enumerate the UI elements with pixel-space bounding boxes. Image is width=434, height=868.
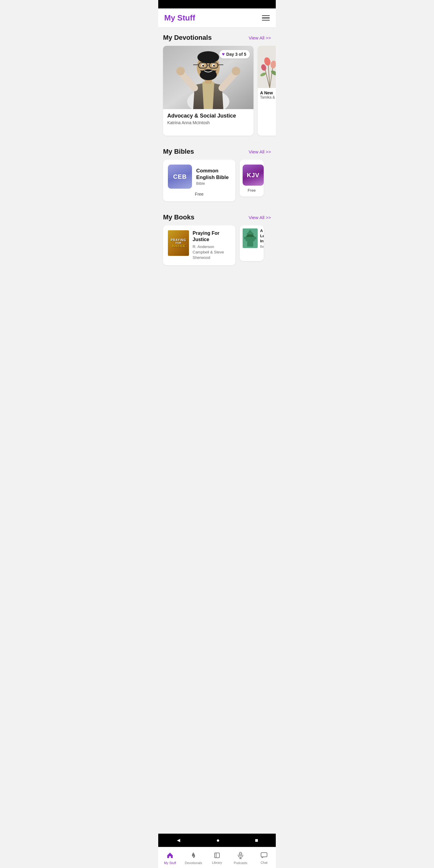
- nav-label-my-stuff: My Stuff: [164, 861, 176, 865]
- nav-item-devotionals[interactable]: Devotionals: [182, 847, 205, 868]
- devotionals-title: My Devotionals: [163, 34, 212, 41]
- book-cover-justice: PRAYING FOR JUSTICE: [170, 239, 186, 248]
- nav-label-podcasts: Podcasts: [234, 861, 247, 865]
- day-badge: ♥ Day 3 of 5: [219, 50, 250, 59]
- book-title-praying-justice: Praying For Justice: [193, 230, 230, 243]
- nav-item-my-stuff[interactable]: My Stuff: [158, 847, 182, 868]
- book-thumb-justice: PRAYING FOR JUSTICE: [168, 230, 189, 256]
- menu-button[interactable]: [262, 16, 270, 21]
- flame-icon: [190, 852, 197, 860]
- book-author-leisure: Becky: [260, 245, 264, 248]
- devotional-card-advocacy[interactable]: ♥ Day 3 of 5 Advocacy & Social Justice K…: [163, 46, 253, 135]
- nav-label-devotionals: Devotionals: [185, 861, 202, 865]
- devotional-title-advocacy: Advocacy & Social Justice: [167, 113, 249, 119]
- bible-thumb-ceb: CEB: [168, 164, 192, 189]
- bibles-view-all[interactable]: View All >>: [249, 149, 271, 154]
- devotionals-section: My Devotionals View All >>: [158, 28, 276, 142]
- book-author-praying-justice: R. Anderson Campbell & Steve Sherwood: [193, 244, 230, 261]
- hamburger-line-3: [262, 20, 270, 21]
- book-card-leisure[interactable]: A Leis Introd Becky: [240, 225, 264, 261]
- books-scroll[interactable]: PRAYING FOR JUSTICE Praying For Justice …: [158, 225, 276, 271]
- svg-point-4: [176, 67, 185, 75]
- flower-illustration: [258, 46, 276, 88]
- leisure-cover-illustration: [243, 228, 258, 248]
- recent-button[interactable]: ■: [255, 837, 258, 844]
- bibles-header: My Bibles View All >>: [158, 148, 276, 160]
- devotional-card-anew[interactable]: A New Tamika &: [258, 46, 276, 135]
- book-title-leisure: A Leis Introd: [260, 228, 264, 244]
- svg-point-18: [197, 51, 219, 63]
- bible-info-ceb: Common English Bible Bible: [196, 167, 230, 186]
- svg-rect-34: [215, 853, 219, 858]
- bibles-title: My Bibles: [163, 148, 194, 156]
- nav-item-library[interactable]: Library: [205, 847, 229, 868]
- heart-icon: ♥: [222, 52, 225, 57]
- book-cover-text-for: FOR: [170, 242, 186, 245]
- devotionals-header: My Devotionals View All >>: [158, 34, 276, 46]
- bibles-scroll[interactable]: CEB Common English Bible Bible Free KJV: [158, 160, 276, 207]
- home-icon: [166, 852, 174, 860]
- svg-rect-41: [261, 852, 267, 857]
- bible-price-kjv: Free: [243, 188, 261, 193]
- chat-icon: [260, 852, 268, 860]
- book-thumb-leisure: [243, 228, 258, 248]
- devotional-author-advocacy: Katrina Anna McIntosh: [167, 120, 249, 125]
- nav-item-chat[interactable]: Chat: [252, 847, 276, 868]
- devotionals-view-all[interactable]: View All >>: [249, 35, 271, 40]
- nav-label-library: Library: [212, 861, 222, 864]
- bible-top-ceb: CEB Common English Bible Bible: [168, 164, 230, 189]
- bible-thumb-kjv: KJV: [243, 164, 264, 186]
- bottom-nav: My Stuff Devotionals Library: [158, 847, 276, 868]
- status-bar: [158, 0, 276, 8]
- hamburger-line-1: [262, 16, 270, 16]
- book-card-praying-justice[interactable]: PRAYING FOR JUSTICE Praying For Justice …: [163, 225, 236, 265]
- microphone-icon: [237, 852, 244, 860]
- book-info-praying-justice: Praying For Justice R. Anderson Campbell…: [193, 230, 230, 260]
- bibles-section: My Bibles View All >> CEB Common English…: [158, 142, 276, 207]
- devotional-title-anew: A New: [260, 90, 276, 95]
- nav-item-podcasts[interactable]: Podcasts: [229, 847, 252, 868]
- bible-card-kjv[interactable]: KJV King Vers Bible Free: [240, 160, 264, 196]
- svg-rect-36: [239, 852, 242, 856]
- bible-type-ceb: Bible: [196, 181, 230, 186]
- devotional-info-anew: A New Tamika &: [258, 88, 276, 102]
- day-badge-text: Day 3 of 5: [226, 52, 246, 57]
- books-header: My Books View All >>: [158, 213, 276, 225]
- home-button[interactable]: ●: [216, 837, 220, 844]
- hamburger-line-2: [262, 18, 270, 19]
- books-view-all[interactable]: View All >>: [249, 215, 271, 220]
- back-button[interactable]: ◄: [176, 837, 181, 844]
- svg-rect-29: [247, 241, 253, 247]
- svg-rect-31: [244, 237, 256, 239]
- book-cover-text-praying: PRAYING: [170, 239, 186, 242]
- bible-price-ceb: Free: [168, 192, 230, 196]
- devotional-author-anew: Tamika &: [260, 95, 276, 99]
- main-content: My Devotionals View All >>: [158, 28, 276, 868]
- devotional-info-advocacy: Advocacy & Social Justice Katrina Anna M…: [163, 109, 253, 129]
- svg-point-16: [202, 65, 204, 67]
- devotionals-scroll[interactable]: ♥ Day 3 of 5 Advocacy & Social Justice K…: [158, 46, 276, 142]
- svg-point-5: [232, 67, 240, 75]
- nav-label-chat: Chat: [260, 861, 267, 864]
- devotional-image-anew: [258, 46, 276, 88]
- page-title: My Stuff: [164, 13, 195, 23]
- book-info-leisure: A Leis Introd Becky: [260, 228, 264, 248]
- bible-abbr-ceb: CEB: [173, 173, 187, 180]
- bible-title-ceb: Common English Bible: [196, 167, 230, 181]
- header: My Stuff: [158, 8, 276, 28]
- bible-abbr-kjv: KJV: [247, 172, 259, 179]
- books-section: My Books View All >> PRAYING FOR JUSTICE…: [158, 207, 276, 271]
- book-top-leisure: A Leis Introd Becky: [243, 228, 261, 258]
- book-cover-text-justice: JUSTICE: [170, 244, 186, 248]
- book-icon: [214, 852, 220, 860]
- bible-card-ceb[interactable]: CEB Common English Bible Bible Free: [163, 160, 236, 201]
- system-nav-bar: ◄ ● ■: [158, 834, 276, 847]
- bible-top-kjv: KJV King Vers Bible: [243, 164, 261, 186]
- svg-point-17: [213, 65, 215, 67]
- books-title: My Books: [163, 213, 194, 221]
- devotional-image-advocacy: ♥ Day 3 of 5: [163, 46, 253, 109]
